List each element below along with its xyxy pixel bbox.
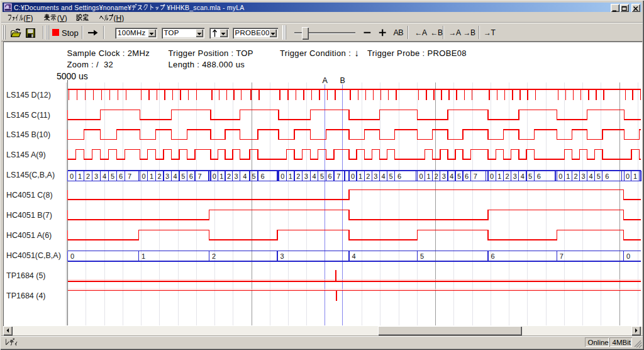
svg-text:5: 5 — [389, 172, 392, 180]
svg-text:4: 4 — [174, 172, 177, 180]
svg-text:5: 5 — [420, 252, 424, 260]
svg-text:2: 2 — [158, 172, 162, 180]
svg-text:0: 0 — [419, 172, 423, 180]
svg-text:7: 7 — [560, 252, 564, 260]
svg-text:0: 0 — [280, 172, 284, 180]
svg-text:4: 4 — [450, 172, 453, 180]
svg-text:1: 1 — [566, 172, 570, 180]
svg-text:1: 1 — [78, 172, 82, 180]
svg-text:2: 2 — [227, 172, 231, 180]
svg-text:5: 5 — [597, 172, 601, 180]
svg-text:0: 0 — [213, 172, 216, 180]
svg-text:0: 0 — [626, 252, 630, 260]
svg-text:3: 3 — [304, 172, 308, 180]
svg-text:0: 0 — [70, 252, 74, 260]
svg-text:4: 4 — [312, 172, 316, 180]
svg-text:2: 2 — [296, 172, 300, 180]
svg-text:7: 7 — [474, 172, 477, 180]
svg-text:3: 3 — [280, 252, 284, 260]
svg-text:5: 5 — [528, 172, 532, 180]
svg-text:6: 6 — [465, 172, 469, 180]
svg-text:0: 0 — [70, 172, 74, 180]
svg-text:1: 1 — [150, 172, 153, 180]
svg-text:3: 3 — [513, 172, 517, 180]
svg-text:7: 7 — [197, 172, 201, 180]
svg-text:2: 2 — [366, 172, 370, 180]
svg-text:6: 6 — [605, 172, 609, 180]
svg-text:4: 4 — [521, 172, 525, 180]
svg-text:4: 4 — [243, 172, 247, 180]
svg-text:2: 2 — [435, 172, 438, 180]
svg-text:6: 6 — [397, 172, 401, 180]
svg-text:6: 6 — [328, 172, 332, 180]
svg-text:4: 4 — [589, 172, 593, 180]
svg-text:2: 2 — [574, 172, 577, 180]
svg-text:6: 6 — [119, 172, 123, 180]
svg-text:7: 7 — [336, 172, 340, 180]
svg-text:1: 1 — [633, 172, 637, 180]
svg-text:4: 4 — [352, 252, 356, 260]
svg-text:3: 3 — [165, 172, 169, 180]
svg-text:6: 6 — [491, 252, 495, 260]
svg-text:5: 5 — [111, 172, 114, 180]
svg-text:1: 1 — [289, 172, 292, 180]
svg-text:5: 5 — [252, 172, 255, 180]
svg-text:3: 3 — [94, 172, 98, 180]
svg-text:0: 0 — [558, 172, 562, 180]
svg-text:0: 0 — [351, 172, 355, 180]
svg-text:0: 0 — [626, 172, 630, 180]
svg-text:0: 0 — [142, 172, 145, 180]
svg-text:4: 4 — [103, 172, 106, 180]
svg-text:3: 3 — [581, 172, 585, 180]
svg-text:2: 2 — [212, 252, 216, 260]
svg-text:3: 3 — [235, 172, 238, 180]
svg-text:6: 6 — [537, 172, 541, 180]
svg-text:6: 6 — [260, 172, 264, 180]
svg-text:2: 2 — [505, 172, 509, 180]
svg-text:1: 1 — [219, 172, 223, 180]
svg-text:5: 5 — [320, 172, 324, 180]
svg-text:5: 5 — [181, 172, 185, 180]
svg-text:2: 2 — [86, 172, 90, 180]
svg-text:3: 3 — [442, 172, 446, 180]
svg-text:6: 6 — [189, 172, 193, 180]
svg-text:1: 1 — [497, 172, 501, 180]
svg-text:5: 5 — [457, 172, 461, 180]
svg-text:1: 1 — [142, 252, 145, 260]
svg-text:4: 4 — [381, 172, 385, 180]
svg-text:1: 1 — [358, 172, 362, 180]
svg-text:3: 3 — [374, 172, 377, 180]
svg-text:0: 0 — [490, 172, 494, 180]
svg-text:7: 7 — [128, 172, 131, 180]
svg-text:1: 1 — [427, 172, 431, 180]
